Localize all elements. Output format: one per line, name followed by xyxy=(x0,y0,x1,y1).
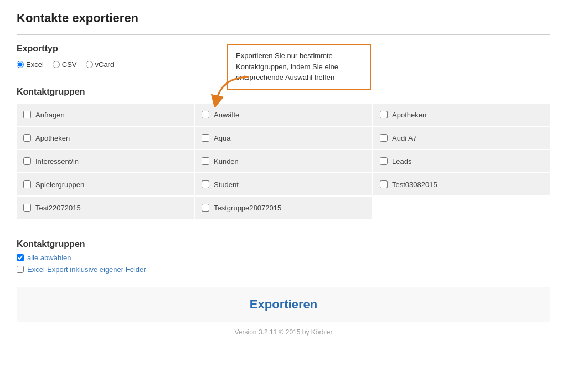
excel-export-link[interactable]: Excel-Export inklusive eigener Felder xyxy=(27,265,146,274)
group-label-aqua: Aqua xyxy=(214,134,230,142)
group-label-leads: Leads xyxy=(392,157,411,166)
group-label-test22072015: Test22072015 xyxy=(35,204,81,212)
checkbox-test22072015[interactable] xyxy=(23,204,31,212)
options-title: Kontaktgruppen xyxy=(17,239,550,249)
excel-export-item: Excel-Export inklusive eigener Felder xyxy=(17,265,550,274)
group-label-apotheken2: Apotheken xyxy=(35,134,70,142)
group-label-kunden: Kunden xyxy=(214,157,239,166)
list-item: Anfragen xyxy=(17,104,194,126)
list-item: Spielergruppen xyxy=(17,173,194,195)
page-title: Kontakte exportieren xyxy=(17,11,550,25)
list-item: Kunden xyxy=(195,150,372,172)
checkbox-leads[interactable] xyxy=(380,157,388,165)
arrow-container xyxy=(210,74,255,109)
list-item: Interessent/in xyxy=(17,150,194,172)
list-item: Apotheken xyxy=(17,127,194,149)
groups-grid: Anfragen Anwälte Apotheken Apotheken Aqu… xyxy=(17,104,550,219)
exporttyp-section: Exporttyp Excel CSV vCard Exportieren Si… xyxy=(17,44,550,69)
group-label-spielergruppen: Spielergruppen xyxy=(35,180,84,189)
list-item: Audi A7 xyxy=(373,127,550,149)
alle-abwaehlen-item: alle abwählen xyxy=(17,254,550,262)
list-item: Testgruppe28072015 xyxy=(195,197,372,219)
options-section: Kontaktgruppen alle abwählen Excel-Expor… xyxy=(17,230,550,274)
radio-vcard-text: vCard xyxy=(95,60,115,69)
checkbox-excel-export[interactable] xyxy=(17,266,24,273)
footer: Version 3.2.11 © 2015 by Körbler xyxy=(17,328,550,336)
top-divider xyxy=(17,34,550,35)
radio-excel-text: Excel xyxy=(26,60,44,69)
checkbox-aqua[interactable] xyxy=(202,134,209,142)
checkbox-student[interactable] xyxy=(202,180,209,188)
radio-vcard-label[interactable]: vCard xyxy=(86,60,115,69)
checkbox-kunden[interactable] xyxy=(202,157,209,165)
checkbox-anfragen[interactable] xyxy=(23,111,31,118)
group-label-anwaelte: Anwälte xyxy=(214,111,239,119)
empty-cell xyxy=(373,197,550,219)
group-label-student: Student xyxy=(214,180,239,189)
export-button-section: Exportieren xyxy=(17,287,550,322)
list-item: Aqua xyxy=(195,127,372,149)
group-label-anfragen: Anfragen xyxy=(35,111,65,119)
kontaktgruppen-section: Kontaktgruppen Anfragen Anwälte Apotheke… xyxy=(17,87,550,219)
list-item: Leads xyxy=(373,150,550,172)
checkbox-spielergruppen[interactable] xyxy=(23,180,31,188)
radio-vcard[interactable] xyxy=(86,61,93,68)
list-item: Test03082015 xyxy=(373,173,550,195)
checkbox-interessent[interactable] xyxy=(23,157,31,165)
checkbox-apotheken1[interactable] xyxy=(380,111,388,118)
group-label-test03082015: Test03082015 xyxy=(392,180,437,189)
alle-abwaehlen-link[interactable]: alle abwählen xyxy=(27,254,71,262)
radio-csv-label[interactable]: CSV xyxy=(53,60,77,69)
footer-text: Version 3.2.11 © 2015 by Körbler xyxy=(235,328,333,336)
checkbox-anwaelte[interactable] xyxy=(202,111,209,118)
export-button[interactable]: Exportieren xyxy=(250,297,317,312)
group-label-testgruppe28072015: Testgruppe28072015 xyxy=(214,204,281,212)
arrow-icon xyxy=(210,74,255,107)
checkbox-audi[interactable] xyxy=(380,134,388,142)
group-label-apotheken1: Apotheken xyxy=(392,111,426,119)
list-item: Student xyxy=(195,173,372,195)
radio-excel[interactable] xyxy=(17,61,24,68)
checkbox-alle-abwaehlen[interactable] xyxy=(17,254,24,261)
radio-csv[interactable] xyxy=(53,61,60,68)
radio-excel-label[interactable]: Excel xyxy=(17,60,44,69)
group-label-interessent: Interessent/in xyxy=(35,157,79,166)
checkbox-testgruppe28072015[interactable] xyxy=(202,204,209,212)
checkbox-test03082015[interactable] xyxy=(380,180,388,188)
list-item: Apotheken xyxy=(373,104,550,126)
checkbox-apotheken2[interactable] xyxy=(23,134,31,142)
options-divider xyxy=(17,230,550,230)
group-label-audi: Audi A7 xyxy=(392,134,417,142)
list-item: Test22072015 xyxy=(17,197,194,219)
page-wrapper: Kontakte exportieren Exporttyp Excel CSV… xyxy=(0,0,567,347)
radio-csv-text: CSV xyxy=(62,60,77,69)
